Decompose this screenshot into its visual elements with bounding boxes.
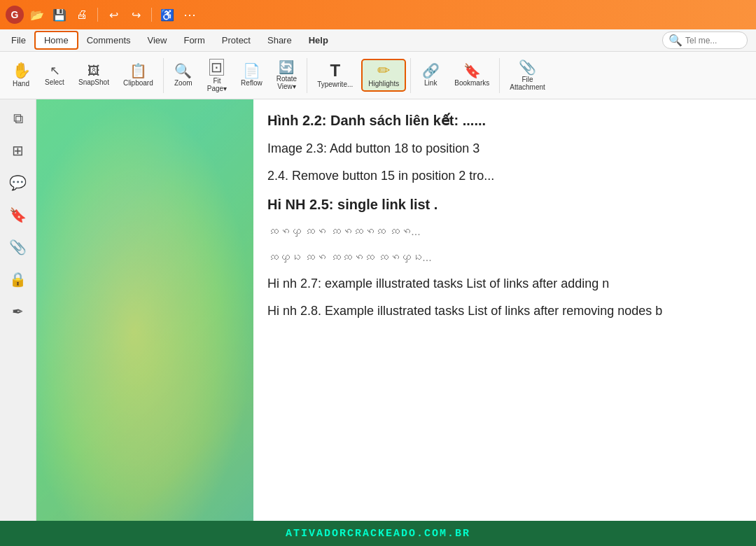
content-line-5: ꩡꩫꩥ ꩡꩫ ꩡꩫꩡꩫꩡ ꩡꩫ...: [267, 224, 742, 239]
menu-bar: File Home Comments View Form Protect Sha…: [0, 29, 756, 52]
search-bar: 🔍: [662, 31, 748, 49]
more-tools-icon[interactable]: ⋯: [181, 6, 199, 24]
accessibility-icon[interactable]: ♿: [158, 6, 176, 24]
content-line-7: Hi nh 2.7: example illustrated tasks Lis…: [267, 275, 742, 293]
fit-page-tool[interactable]: ⊡ FitPage▾: [202, 56, 232, 95]
content-line-4: Hi NH 2.5: single link list .: [267, 195, 742, 214]
fit-page-label: FitPage▾: [207, 77, 227, 92]
ribbon-sep-3: [410, 58, 411, 93]
link-label: Link: [424, 79, 437, 87]
menu-comments[interactable]: Comments: [78, 32, 139, 48]
ribbon-toolbar: ✋ Hand ↖ Select 🖼 SnapShot 📋 Clipboard 🔍…: [0, 52, 756, 99]
select-label: Select: [45, 78, 64, 86]
snapshot-icon: 🖼: [88, 64, 100, 77]
footer-bar: ATIVADORCRACKEADO.COM.BR: [0, 521, 756, 546]
bookmarks-tool[interactable]: 🔖 Bookmarks: [449, 61, 495, 90]
typewriter-icon: T: [330, 62, 340, 79]
menu-help[interactable]: Help: [300, 32, 337, 48]
search-input[interactable]: [685, 36, 741, 46]
sidebar-layers-btn[interactable]: ⊞: [5, 137, 31, 164]
clipboard-tool[interactable]: 📋 Clipboard: [118, 61, 159, 90]
link-icon: 🔗: [422, 64, 440, 78]
bookmarks-label: Bookmarks: [454, 79, 489, 87]
menu-view[interactable]: View: [139, 32, 176, 48]
sidebar-attachments-btn[interactable]: 📎: [5, 234, 31, 260]
link-tool[interactable]: 🔗 Link: [415, 61, 446, 90]
rotate-label: RotateView▾: [276, 75, 297, 90]
hand-icon: ✋: [12, 63, 31, 78]
content-line-6: ꩡꩥꩢ ꩡꩫ ꩡꩡꩫꩡ ꩡꩫꩥꩢ...: [267, 250, 742, 265]
menu-file[interactable]: File: [3, 32, 34, 48]
highlights-label: Highlights: [368, 80, 399, 88]
main-content: Hình 2.2: Danh sách liên kết: ...... Ima…: [36, 99, 756, 521]
ribbon-sep-1: [163, 58, 164, 93]
content-line-1: Hình 2.2: Danh sách liên kết: ......: [267, 111, 742, 130]
hand-label: Hand: [13, 80, 29, 88]
zoom-icon: 🔍: [174, 64, 192, 78]
content-line-3: 2.4. Remove button 15 in position 2 tro.…: [267, 167, 742, 185]
file-attachment-tool[interactable]: 📎 FileAttachment: [504, 57, 551, 94]
search-icon: 🔍: [668, 34, 682, 47]
left-sidebar: ⧉ ⊞ 💬 🔖 📎 🔒 ✒: [0, 99, 36, 521]
reflow-label: Reflow: [241, 79, 262, 87]
reflow-icon: 📄: [243, 64, 260, 78]
select-icon: ↖: [50, 64, 60, 77]
open-folder-icon[interactable]: 📂: [28, 6, 46, 24]
pdf-content-area: Hình 2.2: Danh sách liên kết: ...... Ima…: [253, 99, 756, 521]
menu-share[interactable]: Share: [259, 32, 300, 48]
print-icon[interactable]: 🖨: [73, 6, 91, 24]
menu-form[interactable]: Form: [175, 32, 213, 48]
sidebar-security-btn[interactable]: 🔒: [5, 266, 31, 293]
typewriter-label: Typewrite...: [317, 80, 353, 88]
menu-protect[interactable]: Protect: [214, 32, 259, 48]
content-line-8: Hi nh 2.8. Example illustrated tasks Lis…: [267, 302, 742, 320]
ribbon-sep-2: [307, 58, 307, 93]
footer-text: ATIVADORCRACKEADO.COM.BR: [286, 528, 470, 540]
file-attachment-icon: 📎: [519, 60, 536, 74]
fit-page-icon: ⊡: [209, 59, 224, 76]
clipboard-label: Clipboard: [123, 79, 153, 87]
menu-home[interactable]: Home: [34, 31, 78, 50]
sidebar-bookmarks-btn[interactable]: 🔖: [5, 202, 31, 228]
ribbon-sep-4: [499, 58, 500, 93]
save-icon[interactable]: 💾: [50, 6, 69, 24]
file-attachment-label: FileAttachment: [510, 76, 545, 91]
sidebar-comments-btn[interactable]: 💬: [5, 169, 31, 196]
zoom-tool[interactable]: 🔍 Zoom: [168, 61, 199, 90]
snapshot-label: SnapShot: [78, 78, 109, 86]
clipboard-icon: 📋: [130, 64, 147, 78]
rotate-view-tool[interactable]: 🔄 RotateView▾: [271, 58, 302, 93]
reflow-tool[interactable]: 📄 Reflow: [235, 61, 268, 90]
typewriter-tool[interactable]: T Typewrite...: [312, 59, 358, 91]
select-tool[interactable]: ↖ Select: [39, 62, 70, 89]
bookmarks-icon: 🔖: [463, 64, 481, 78]
highlights-tool[interactable]: ✏ Highlights: [361, 59, 406, 92]
top-toolbar: G 📂 💾 🖨 ↩ ↪ ♿ ⋯: [0, 0, 756, 29]
highlights-icon: ✏: [377, 63, 390, 78]
rotate-icon: 🔄: [279, 61, 294, 74]
redo-icon[interactable]: ↪: [127, 6, 145, 24]
sidebar-pages-btn[interactable]: ⧉: [5, 105, 31, 132]
toolbar-separator-1: [97, 8, 98, 22]
foxit-logo-icon[interactable]: G: [6, 6, 24, 24]
snapshot-tool[interactable]: 🖼 SnapShot: [73, 62, 115, 89]
zoom-label: Zoom: [174, 79, 192, 87]
toolbar-separator-2: [151, 8, 152, 22]
content-line-2: Image 2.3: Add button 18 to position 3: [267, 140, 742, 158]
undo-icon[interactable]: ↩: [104, 6, 122, 24]
pdf-thumbnail: [36, 99, 253, 521]
sidebar-signatures-btn[interactable]: ✒: [5, 298, 31, 325]
hand-tool[interactable]: ✋ Hand: [6, 60, 36, 90]
